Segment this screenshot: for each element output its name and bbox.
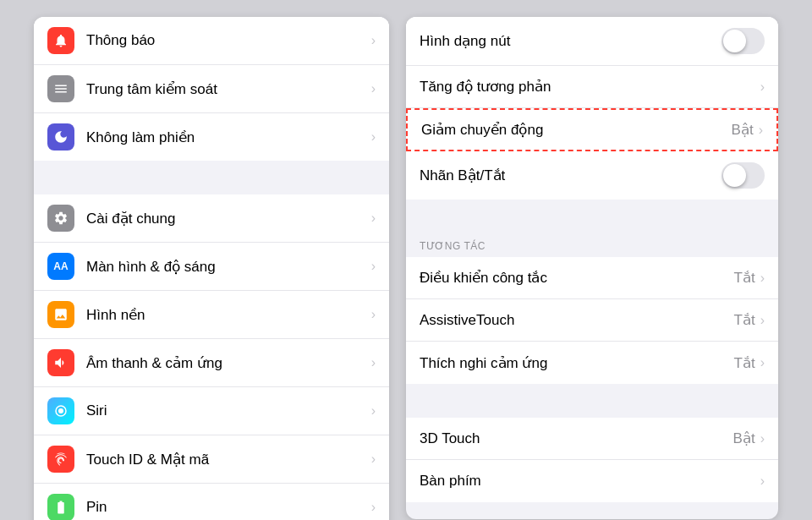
hinhanh-label: Hình nền: [86, 306, 365, 324]
main-container: Thông báo › Trung tâm kiểm soát ›: [0, 0, 812, 520]
sidebar-item-trungtam[interactable]: Trung tâm kiểm soát ›: [34, 65, 389, 113]
tuongtac-header: TƯƠNG TÁC: [406, 233, 778, 257]
assistive-item[interactable]: AssistiveTouch Tắt ›: [406, 299, 778, 342]
trungtam-label: Trung tâm kiểm soát: [86, 80, 365, 98]
caidat-icon: [47, 205, 74, 232]
nhan-toggle[interactable]: [721, 162, 765, 189]
amthanh-chevron: ›: [371, 355, 376, 370]
tangdo-item[interactable]: Tăng độ tương phản ›: [406, 66, 778, 108]
trungtam-icon: [47, 75, 74, 102]
dieukhien-chevron: ›: [760, 271, 765, 286]
touchid-icon: [47, 446, 74, 473]
thichnghi-value: Tắt: [734, 354, 755, 372]
section-bottom: 3D Touch Bật › Bàn phím ›: [406, 418, 778, 502]
manhinh-icon: AA: [47, 253, 74, 280]
pin-icon: [47, 494, 74, 520]
giamchuyen-label: Giảm chuyển động: [421, 121, 732, 139]
amthanh-icon: [47, 349, 74, 376]
3dtouch-label: 3D Touch: [420, 430, 733, 447]
banphim-label: Bàn phím: [420, 473, 760, 490]
sidebar-item-caidat[interactable]: Cài đặt chung ›: [34, 194, 389, 243]
giamchuyen-item[interactable]: Giảm chuyển động Bật ›: [406, 108, 778, 151]
khonglam-icon: [47, 123, 74, 151]
section-display: Hình dạng nút Tăng độ tương phản › Giảm …: [406, 17, 778, 200]
hinhanh-icon: [47, 301, 74, 328]
hinhdang-label: Hình dạng nút: [420, 32, 721, 50]
khonglam-label: Không làm phiền: [86, 129, 365, 146]
assistive-label: AssistiveTouch: [420, 312, 734, 329]
hinhdang-item[interactable]: Hình dạng nút: [406, 17, 778, 66]
thongbao-label: Thông báo: [86, 32, 365, 49]
sidebar-item-siri[interactable]: Siri ›: [34, 387, 389, 435]
thichnghi-item[interactable]: Thích nghi cảm ứng Tắt ›: [406, 342, 778, 384]
section-settings: Cài đặt chung › AA Màn hình & độ sáng › …: [34, 194, 389, 520]
manhinh-chevron: ›: [371, 259, 376, 274]
section-notifications: Thông báo › Trung tâm kiểm soát ›: [34, 17, 389, 161]
touchid-label: Touch ID & Mật mã: [86, 451, 365, 468]
tangdo-chevron: ›: [760, 79, 765, 95]
3dtouch-chevron: ›: [760, 431, 765, 446]
thichnghi-chevron: ›: [760, 355, 765, 370]
thongbao-icon: [47, 27, 74, 54]
banphim-item[interactable]: Bàn phím ›: [406, 460, 778, 502]
sidebar-item-pin[interactable]: Pin ›: [34, 484, 389, 520]
assistive-chevron: ›: [760, 313, 765, 328]
tangdo-label: Tăng độ tương phản: [420, 78, 760, 96]
nhan-item[interactable]: Nhãn Bật/Tắt: [406, 151, 778, 200]
sidebar-item-thongbao[interactable]: Thông báo ›: [34, 17, 389, 65]
siri-icon: [47, 397, 74, 424]
banphim-chevron: ›: [760, 473, 765, 489]
dieukhien-value: Tắt: [734, 269, 755, 287]
group-divider-1: [34, 178, 389, 194]
right-panel: Hình dạng nút Tăng độ tương phản › Giảm …: [406, 17, 778, 519]
caidat-chevron: ›: [371, 211, 376, 226]
hinhdang-toggle[interactable]: [721, 28, 765, 54]
section-divider-1: [406, 216, 778, 233]
amthanh-label: Âm thanh & cảm ứng: [86, 354, 365, 372]
siri-label: Siri: [86, 402, 365, 419]
touchid-chevron: ›: [371, 452, 376, 467]
sidebar-item-touchid[interactable]: Touch ID & Mật mã ›: [34, 435, 389, 484]
caidat-label: Cài đặt chung: [86, 210, 365, 227]
svg-point-1: [58, 408, 63, 413]
hinhanh-chevron: ›: [371, 307, 376, 322]
pin-label: Pin: [86, 499, 365, 516]
section-tuongtac: Điều khiển công tắc Tắt › AssistiveTouch…: [406, 257, 778, 384]
3dtouch-value: Bật: [733, 430, 755, 447]
thongbao-chevron: ›: [371, 33, 376, 48]
sidebar-item-manhinh[interactable]: AA Màn hình & độ sáng ›: [34, 243, 389, 291]
dieukhien-label: Điều khiển công tắc: [420, 269, 734, 287]
giamchuyen-chevron: ›: [759, 123, 763, 138]
thichnghi-label: Thích nghi cảm ứng: [420, 354, 734, 372]
trungtam-chevron: ›: [371, 81, 376, 96]
sidebar-item-amthanh[interactable]: Âm thanh & cảm ứng ›: [34, 339, 389, 387]
manhinh-label: Màn hình & độ sáng: [86, 258, 365, 276]
section-divider-2: [406, 401, 778, 418]
pin-chevron: ›: [371, 500, 376, 515]
3dtouch-item[interactable]: 3D Touch Bật ›: [406, 418, 778, 460]
dieukhien-item[interactable]: Điều khiển công tắc Tắt ›: [406, 257, 778, 299]
khonglam-chevron: ›: [371, 129, 376, 145]
sidebar-item-khonglam[interactable]: Không làm phiền ›: [34, 113, 389, 161]
left-panel: Thông báo › Trung tâm kiểm soát ›: [34, 17, 389, 520]
nhan-label: Nhãn Bật/Tắt: [420, 167, 721, 184]
siri-chevron: ›: [371, 403, 376, 419]
assistive-value: Tắt: [734, 311, 755, 329]
giamchuyen-value: Bật: [732, 121, 754, 139]
sidebar-item-hinhanh[interactable]: Hình nền ›: [34, 291, 389, 339]
